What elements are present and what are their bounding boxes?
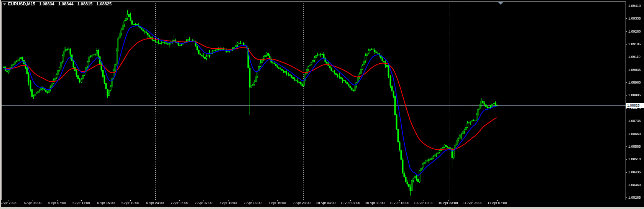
y-axis-label: 1.09110 [628, 55, 641, 59]
window-left-edge [0, 0, 1, 209]
high-quote: 1.08844 [58, 2, 74, 6]
y-axis-label: 1.08285 [628, 196, 641, 199]
x-axis-label: 6 Apr 15:00 [97, 201, 115, 205]
y-axis-label: 1.08585 [628, 145, 641, 148]
close-quote: 1.08825 [96, 2, 112, 6]
x-axis-label: 6 Apr 11:00 [72, 201, 90, 205]
open-quote: 1.08834 [39, 2, 54, 6]
x-axis-label: 11 Apr 03:00 [463, 201, 482, 205]
y-axis-label: 1.08885 [628, 93, 641, 97]
x-axis-label: 10 Apr 07:00 [340, 201, 360, 205]
y-axis-label: 1.08660 [628, 132, 641, 136]
x-axis-label: 5 Apr 2023 [0, 201, 16, 205]
x-axis-label: 7 Apr 15:00 [244, 201, 261, 205]
x-axis-label: 6 Apr 03:00 [24, 201, 41, 205]
y-axis-label: 1.08360 [628, 183, 641, 187]
y-axis-label: 1.09410 [628, 4, 641, 8]
x-axis-label: 10 Apr 15:00 [389, 201, 409, 205]
y-axis-label: 1.09260 [628, 30, 641, 33]
x-axis-label: 7 Apr 03:00 [171, 201, 188, 205]
x-axis-label: 6 Apr 23:00 [146, 201, 164, 205]
symbol-dropdown-icon[interactable] [3, 3, 6, 5]
y-axis-label: 1.08735 [628, 119, 641, 123]
low-quote: 1.08815 [77, 2, 93, 6]
x-axis-label: 6 Apr 07:00 [48, 201, 66, 205]
y-axis-label: 1.09185 [628, 42, 641, 46]
y-axis-label: 1.09335 [628, 16, 641, 20]
mt4-chart-window: EURUSD,M15 1.08834 1.08844 1.08815 1.088… [0, 0, 644, 209]
x-axis-label: 6 Apr 19:00 [122, 201, 139, 205]
x-axis-label: 7 Apr 19:00 [268, 201, 286, 205]
x-axis-label: 10 Apr 19:00 [414, 201, 433, 205]
window-bottom-edge [0, 207, 644, 209]
x-axis-label: 7 Apr 07:00 [195, 201, 212, 205]
y-axis-label: 1.09035 [628, 68, 641, 72]
x-axis-label: 10 Apr 23:00 [438, 201, 458, 205]
x-axis-label: 7 Apr 11:00 [219, 201, 237, 205]
x-axis-label: 10 Apr 03:00 [316, 201, 335, 205]
y-axis-label: 1.08960 [628, 81, 641, 84]
y-axis-label: 1.08510 [628, 157, 641, 161]
price-chart-canvas[interactable] [0, 0, 644, 209]
y-axis-label: 1.08435 [628, 170, 641, 174]
symbol-period-label: EURUSD,M15 [8, 2, 35, 6]
chart-shift-marker-icon[interactable] [498, 2, 503, 5]
x-axis-label: 11 Apr 07:00 [488, 201, 507, 205]
current-price-tag: 1.08825 [626, 103, 644, 108]
chart-ohlc-header: EURUSD,M15 1.08834 1.08844 1.08815 1.088… [8, 2, 114, 7]
x-axis-label: 7 Apr 23:00 [293, 201, 310, 205]
x-axis-label: 10 Apr 11:00 [365, 201, 384, 205]
